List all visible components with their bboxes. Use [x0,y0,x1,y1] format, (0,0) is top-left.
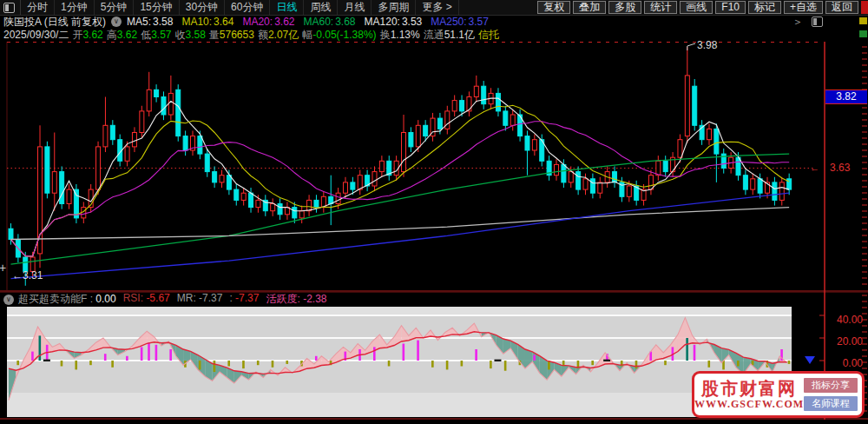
quote-field: 流通51.1亿 [424,28,475,43]
ind-axis-tick-40: 40.00 [826,314,863,326]
top-menu-bar: 分时1分钟5分钟15分钟30分钟60分钟日线周线月线多周期更多 > 复权叠加多股… [0,0,868,16]
dotted-line-arrow-icon: ← [810,162,819,173]
quote-field: 信托 [478,28,499,43]
menu-item-5分钟[interactable]: 5分钟 [95,0,135,15]
toolbar-button-+自选[interactable]: +自选 [784,1,823,14]
menu-item-月线[interactable]: 月线 [338,0,372,15]
edge-glyph-green [859,30,867,37]
toolbar-button-标记[interactable]: 标记 [748,1,781,14]
title-row-right: ＞ [792,15,828,30]
ma-legend-item: MA120:3.53 [365,16,423,28]
menu-item-日线[interactable]: 日线 [270,0,304,15]
quote-field: 额2.07亿 [258,28,299,43]
edge-glyph-yellow [859,17,867,24]
ma-legend-item: MA5:3.58 [127,16,173,28]
ind-axis-tick-20: 20.00 [826,335,863,348]
menu-item-1分钟[interactable]: 1分钟 [55,0,95,15]
menu-item-60分钟[interactable]: 60分钟 [225,0,270,15]
main-candlestick-chart[interactable] [0,42,868,292]
toolbar-button-F10[interactable]: F10 [715,1,746,14]
crosshair-plus-icon: + [0,261,6,275]
ma-legend-item: MA250:3.57 [431,16,489,28]
quote-field: 低3.57 [141,28,171,43]
collapse-circle-icon[interactable]: ∨ [111,17,122,27]
toolbar-button-返回[interactable]: 返回 [825,1,858,14]
menu-item-30分钟[interactable]: 30分钟 [180,0,225,15]
watermark-badge-course: 名师课程 [804,396,858,411]
toolbar-button-叠加[interactable]: 叠加 [573,1,606,14]
toolbar-button-多股[interactable]: 多股 [608,1,641,14]
annotation-callout-low: ←3.31 [12,269,43,282]
panel-window-icon[interactable] [812,17,823,27]
ind-axis-tick-0: 0.00 [826,357,863,369]
quote-field: 幅-0.05(-1.38%) [302,28,376,43]
price-axis-last-label: 3.82 [825,89,867,104]
ma-legend-item: MA60:3.68 [303,16,355,28]
toolbar-button-复权[interactable]: 复权 [537,1,570,14]
menu-item-周线[interactable]: 周线 [304,0,338,15]
stock-title: 陕国投A (日线 前复权) [3,15,106,30]
menu-item-分时[interactable]: 分时 [21,0,55,15]
ma-legend: MA5:3.58MA10:3.64MA20:3.62MA60:3.68MA120… [127,16,497,28]
toolbar-button-画线[interactable]: 画线 [680,1,713,14]
window-icon[interactable] [3,3,15,13]
menu-item-更多 >[interactable]: 更多 > [416,0,458,15]
quote-field: 收3.58 [174,28,205,43]
title-row: 陕国投A (日线 前复权) ∨ MA5:3.58MA10:3.64MA20:3.… [0,15,868,29]
quote-field: 2025/09/30/二 [3,28,69,43]
quote-field: 高3.62 [107,28,137,43]
quote-field: 换1.13% [380,28,420,43]
expand-arrow-icon[interactable]: ＞ [792,15,803,30]
ma-legend-item: MA10:3.64 [181,16,233,28]
edge-red-block [861,1,868,14]
period-menu: 分时1分钟5分钟15分钟30分钟60分钟日线周线月线多周期更多 > [20,0,459,15]
watermark-title: 股市财富网 [694,379,804,398]
watermark-url: WWW.GSCFW.COM [694,398,804,411]
watermark-badge-share: 指标分享 [804,378,858,393]
menu-item-多周期[interactable]: 多周期 [372,0,416,15]
tool-menu: 复权叠加多股统计画线F10标记+自选返回 [535,1,858,14]
annotation-callout-high: 3.98 [697,39,717,51]
price-axis-dotted-label: 3.63 [830,162,850,174]
menu-item-15分钟[interactable]: 15分钟 [134,0,179,15]
quote-row: 2025/09/30/二开3.62高3.62低3.57收3.58量576653额… [0,29,868,42]
watermark-box: 股市财富网 WWW.GSCFW.COM 指标分享 名师课程 [692,371,865,418]
toolbar-button-统计[interactable]: 统计 [644,1,677,14]
ma-legend-item: MA20:3.62 [242,16,294,28]
quote-field: 开3.62 [72,28,102,43]
app-window: 分时1分钟5分钟15分钟30分钟60分钟日线周线月线多周期更多 > 复权叠加多股… [0,0,868,424]
quote-field: 量576653 [209,28,254,43]
